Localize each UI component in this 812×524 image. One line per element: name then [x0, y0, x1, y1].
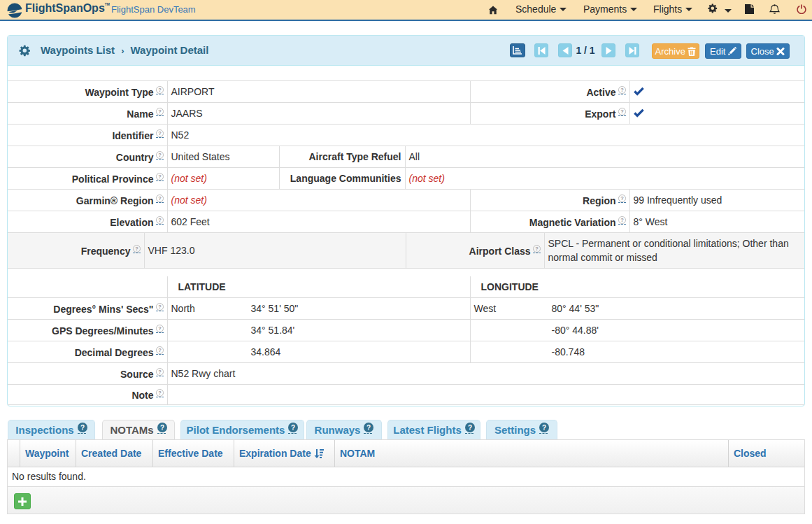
svg-text:?: ?	[158, 87, 162, 93]
svg-text:?: ?	[620, 195, 624, 201]
svg-text:?: ?	[620, 217, 624, 223]
svg-text:?: ?	[542, 424, 546, 432]
svg-text:?: ?	[158, 390, 162, 396]
svg-text:?: ?	[160, 424, 164, 432]
svg-text:?: ?	[135, 246, 138, 252]
svg-text:?: ?	[158, 195, 162, 201]
svg-text:?: ?	[158, 347, 162, 353]
svg-text:?: ?	[158, 325, 162, 332]
svg-text:?: ?	[620, 108, 624, 115]
svg-text:?: ?	[158, 174, 162, 180]
svg-text:?: ?	[291, 424, 295, 432]
svg-text:?: ?	[620, 87, 624, 93]
svg-text:?: ?	[535, 246, 539, 252]
svg-text:?: ?	[158, 130, 162, 136]
svg-text:?: ?	[468, 424, 472, 432]
svg-text:?: ?	[158, 304, 162, 310]
svg-text:?: ?	[80, 424, 85, 432]
svg-text:?: ?	[158, 217, 162, 223]
svg-text:?: ?	[158, 369, 162, 375]
svg-text:?: ?	[366, 424, 371, 432]
svg-text:?: ?	[158, 108, 162, 115]
svg-text:?: ?	[158, 152, 162, 158]
